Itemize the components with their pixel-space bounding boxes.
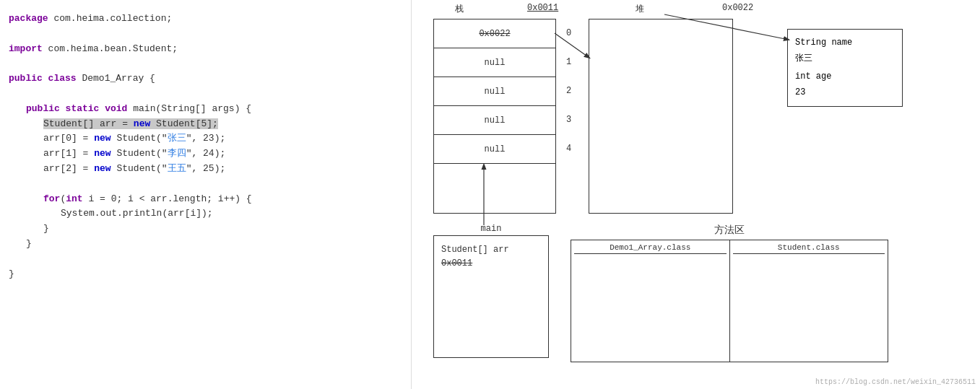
stack-indices: 0 1 2 3 4 bbox=[563, 19, 571, 163]
stack-address: 0x0011 bbox=[527, 3, 558, 13]
main-var-label: Student[] arr bbox=[441, 243, 541, 257]
stack-row-0: 0x0022 bbox=[434, 19, 555, 48]
code-line-18: } bbox=[9, 267, 402, 282]
method-demo-box: Demo1_Array.class bbox=[571, 240, 730, 362]
stack-label: 栈 bbox=[455, 3, 464, 15]
code-line-9: arr[0] = new Student("张三", 23); bbox=[43, 131, 402, 147]
stack-section: 0x0022 null null null null bbox=[433, 19, 556, 214]
stack-row-4: null bbox=[434, 135, 555, 164]
student-value2: 23 bbox=[795, 85, 895, 101]
code-line-6 bbox=[9, 87, 402, 102]
heap-section bbox=[589, 19, 733, 214]
code-line-14: System.out.println(arr[i]); bbox=[61, 206, 402, 222]
code-line-13: for(int i = 0; i < arr.length; i++) { bbox=[43, 192, 402, 207]
method-label: 方法区 bbox=[571, 224, 888, 237]
code-line-4 bbox=[9, 56, 402, 71]
diagram-panel: 栈 0x0011 堆 0x0022 0x0022 null null null … bbox=[412, 0, 980, 389]
stack-index-2: 2 bbox=[563, 77, 571, 105]
code-line-7: public static void main(String[] args) { bbox=[26, 102, 402, 117]
main-section: main Student[] arr 0x0011 bbox=[433, 224, 549, 358]
method-student-label: Student.class bbox=[733, 243, 885, 254]
student-field1: String name bbox=[795, 35, 895, 51]
code-line-1: package com.heima.collection; bbox=[9, 12, 402, 27]
stack-row-3: null bbox=[434, 106, 555, 135]
stack-row-2: null bbox=[434, 77, 555, 106]
student-value1: 张三 bbox=[795, 51, 895, 67]
heap-label: 堆 bbox=[636, 3, 644, 15]
stack-to-heap-arrow bbox=[555, 33, 589, 58]
stack-index-1: 1 bbox=[563, 48, 571, 77]
code-panel: package com.heima.collection; import com… bbox=[0, 0, 412, 389]
code-line-16: } bbox=[26, 237, 402, 252]
main-var-value: 0x0011 bbox=[441, 257, 541, 271]
code-line-11: arr[2] = new Student("王五", 25); bbox=[43, 162, 402, 177]
code-line-8: Student[] arr = new Student[5]; bbox=[43, 117, 402, 132]
stack-index-4: 4 bbox=[563, 134, 571, 163]
code-line-15: } bbox=[43, 222, 402, 237]
method-demo-label: Demo1_Array.class bbox=[574, 243, 727, 254]
heap-address: 0x0022 bbox=[722, 3, 753, 13]
code-line-5: public class Demo1_Array { bbox=[9, 71, 402, 87]
stack-box: 0x0022 null null null null bbox=[433, 19, 556, 214]
method-section: 方法区 Demo1_Array.class Student.class bbox=[571, 224, 888, 362]
method-box: Demo1_Array.class Student.class bbox=[571, 240, 888, 362]
code-line-12 bbox=[9, 177, 402, 192]
code-line-2 bbox=[9, 27, 402, 42]
code-line-3: import com.heima.bean.Student; bbox=[9, 42, 402, 57]
method-student-box: Student.class bbox=[730, 240, 888, 362]
heap-box bbox=[589, 19, 733, 214]
main-box: Student[] arr 0x0011 bbox=[433, 235, 549, 358]
watermark: https://blog.csdn.net/weixin_42736511 bbox=[815, 378, 976, 386]
stack-row-1: null bbox=[434, 48, 555, 77]
code-line-10: arr[1] = new Student("李四", 24); bbox=[43, 147, 402, 162]
main-var: Student[] arr 0x0011 bbox=[441, 243, 541, 271]
code-line-17 bbox=[9, 252, 402, 267]
stack-index-0: 0 bbox=[563, 19, 571, 48]
student-obj-box: String name 张三 int age 23 bbox=[787, 29, 903, 107]
stack-index-3: 3 bbox=[563, 105, 571, 134]
main-label: main bbox=[433, 224, 549, 234]
student-field2: int age bbox=[795, 69, 895, 85]
